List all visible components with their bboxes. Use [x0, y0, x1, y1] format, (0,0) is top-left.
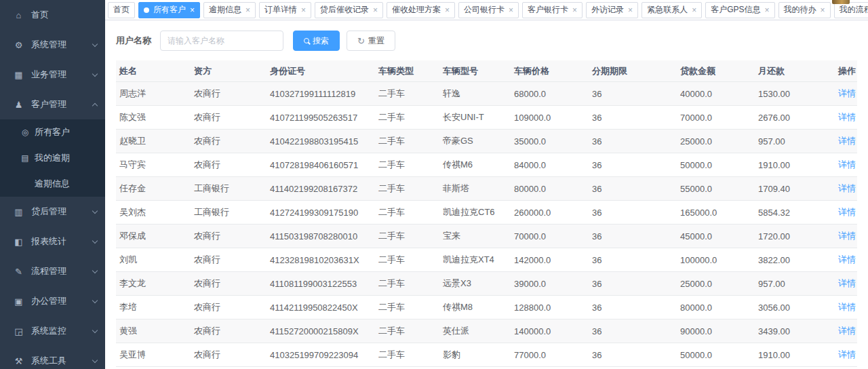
view-tab[interactable]: 我的待办 ×	[778, 2, 831, 18]
cell-vehicle-price: 109000.0	[511, 113, 589, 123]
sidebar-menu-item[interactable]: ▣ 办公管理	[0, 286, 105, 316]
sidebar-menu-item[interactable]: ▥ 贷后管理	[0, 197, 105, 227]
cell-loan-amount: 90000.0	[677, 326, 755, 336]
table-row: 周志洋 农商行 410327199111112819 二手车 轩逸 68000.…	[116, 82, 857, 106]
tab-close-icon[interactable]: ×	[764, 6, 769, 14]
cell-loan-amount: 40000.0	[677, 89, 755, 99]
cell-vehicle-type: 二手车	[375, 325, 439, 337]
tab-close-icon[interactable]: ×	[245, 6, 250, 14]
view-tab[interactable]: 公司银行卡 ×	[458, 2, 519, 18]
detail-link[interactable]: 详情	[838, 88, 856, 98]
tab-close-icon[interactable]: ×	[445, 6, 450, 14]
chevron-icon	[92, 327, 98, 332]
column-header: 贷款金额	[677, 65, 755, 77]
tab-close-icon[interactable]: ×	[821, 6, 825, 14]
cell-name: 马守宾	[116, 159, 191, 171]
cell-vehicle-type: 二手车	[375, 277, 439, 290]
tab-close-icon[interactable]: ×	[190, 6, 195, 14]
view-tab[interactable]: 紧急联系人 ×	[642, 2, 702, 18]
detail-link[interactable]: 详情	[838, 254, 856, 265]
all-customers-icon: ◎	[21, 128, 29, 137]
tab-label: 逾期信息	[209, 4, 241, 16]
sidebar-menu-item[interactable]: ◧ 报表统计	[0, 227, 105, 256]
detail-link[interactable]: 详情	[838, 231, 856, 241]
sidebar-menu-item[interactable]: ◎ 所有客户	[0, 119, 105, 145]
cell-vehicle-price: 39000.0	[511, 279, 589, 289]
table-row: 吴亚博 农商行 410325199709223094 二手车 影豹 77000.…	[116, 343, 857, 367]
reset-button[interactable]: ↻ 重置	[347, 31, 395, 51]
sidebar-menu-item[interactable]: ⌂ 首页	[0, 0, 105, 30]
cell-name: 刘凯	[116, 254, 191, 266]
avatar-image-fragment	[832, 0, 850, 4]
view-tab[interactable]: 订单详情 ×	[259, 2, 311, 18]
view-tab[interactable]: 外访记录 ×	[586, 2, 638, 18]
cell-id-number: 41142119950822450X	[267, 303, 375, 313]
view-tab[interactable]: 客户银行卡 ×	[522, 2, 583, 18]
sidebar-menu-item[interactable]: ✎ 流程管理	[0, 256, 105, 286]
cell-vehicle-type: 二手车	[375, 182, 439, 195]
detail-link[interactable]: 详情	[838, 326, 856, 336]
sidebar-menu-item[interactable]: ▤ 我的逾期	[0, 145, 105, 171]
detail-link[interactable]: 详情	[838, 112, 856, 122]
view-tab[interactable]: 逾期信息 ×	[203, 2, 256, 18]
view-tab[interactable]: 催收处理方案 ×	[387, 2, 455, 18]
search-form: 用户名称 搜索 ↻ 重置	[105, 21, 868, 58]
cell-funder: 工商银行	[191, 206, 267, 218]
detail-link[interactable]: 详情	[838, 159, 856, 170]
tab-label: 客户银行卡	[528, 4, 568, 16]
sidebar-menu-item[interactable]: ♟ 客户管理	[0, 90, 105, 119]
detail-link[interactable]: 详情	[838, 349, 856, 360]
cell-id-number: 412724199309175190	[267, 208, 375, 218]
chevron-icon	[92, 102, 98, 108]
view-tab[interactable]: 所有客户 ×	[138, 2, 200, 18]
detail-link[interactable]: 详情	[838, 207, 856, 217]
cell-vehicle-model: 凯迪拉克CT6	[439, 206, 511, 218]
sidebar-menu-item[interactable]: ◲ 系统监控	[0, 316, 105, 346]
tab-close-icon[interactable]: ×	[373, 6, 378, 14]
cell-monthly-payment: 1910.00	[755, 160, 835, 170]
cell-vehicle-type: 二手车	[375, 206, 439, 218]
cell-monthly-payment: 5854.32	[755, 208, 835, 218]
sidebar-menu-item[interactable]: ⚙ 系统管理	[0, 30, 105, 60]
search-button[interactable]: 搜索	[293, 31, 340, 51]
cell-id-number: 41232819810203631X	[267, 255, 375, 265]
office-icon: ▣	[14, 296, 24, 307]
detail-link[interactable]: 详情	[838, 278, 856, 288]
cell-vehicle-price: 68000.0	[511, 89, 589, 99]
tab-close-icon[interactable]: ×	[692, 6, 696, 14]
detail-link[interactable]: 详情	[838, 183, 856, 193]
view-tab[interactable]: 贷后催收记录 ×	[315, 2, 383, 18]
sidebar-menu-item[interactable]: ▦ 业务管理	[0, 60, 105, 90]
view-tab[interactable]: 客户GPS信息 ×	[705, 2, 774, 18]
tab-close-icon[interactable]: ×	[572, 6, 577, 14]
tab-close-icon[interactable]: ×	[301, 6, 306, 14]
view-tab[interactable]: 首页 ×	[108, 2, 135, 18]
cell-funder: 工商银行	[191, 182, 267, 195]
sidebar-menu-item[interactable]: ⚒ 系统工具	[0, 346, 105, 369]
menu-item-label: 客户管理	[31, 98, 93, 111]
process-icon: ✎	[14, 267, 24, 277]
cell-vehicle-model: 传祺M8	[439, 301, 511, 313]
chevron-icon	[92, 297, 98, 303]
cell-vehicle-type: 二手车	[375, 230, 439, 242]
chevron-icon	[92, 237, 98, 243]
tab-label: 首页	[113, 4, 130, 16]
detail-link[interactable]: 详情	[838, 136, 856, 146]
tab-close-icon[interactable]: ×	[628, 6, 633, 14]
cell-term: 36	[589, 231, 677, 241]
tab-label: 我的待办	[784, 4, 816, 16]
table-row: 吴刘杰 工商银行 412724199309175190 二手车 凯迪拉克CT6 …	[116, 201, 857, 225]
cell-vehicle-model: 影豹	[439, 349, 511, 361]
detail-link[interactable]: 详情	[838, 302, 856, 312]
cell-vehicle-price: 260000.0	[511, 208, 589, 218]
tab-label: 我的流程	[840, 4, 868, 16]
table-body: 周志洋 农商行 410327199111112819 二手车 轩逸 68000.…	[116, 82, 857, 367]
cell-vehicle-model: 宝来	[439, 230, 511, 242]
cell-id-number: 410422198803195415	[267, 136, 375, 147]
sidebar-menu-item[interactable]: 逾期信息	[0, 171, 105, 197]
view-tab[interactable]: 我的流程 ×	[834, 2, 868, 18]
table-row: 赵晓卫 农商行 410422198803195415 二手车 帝豪GS 3500…	[116, 130, 857, 153]
customer-name-input[interactable]	[160, 31, 283, 51]
tab-close-icon[interactable]: ×	[509, 6, 513, 14]
tab-bar: 首页 × 所有客户 × 逾期信息 × 订单详情 × 贷后催收记录 × 催收处理方	[105, 0, 868, 20]
